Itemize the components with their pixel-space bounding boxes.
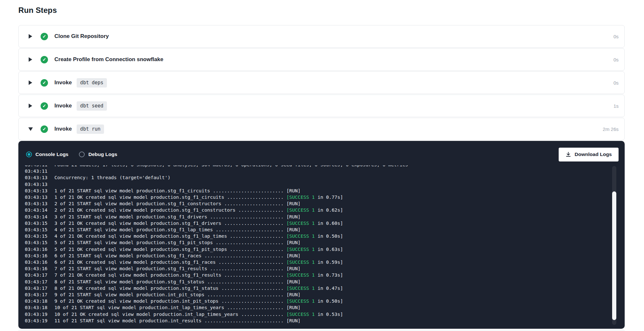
download-logs-button[interactable]: Download Logs	[559, 148, 619, 161]
expand-caret-icon[interactable]	[29, 104, 32, 108]
log-line: 03:43:189 of 21 OK created sql view mode…	[25, 298, 625, 304]
debug-logs-radio[interactable]: Debug Logs	[79, 152, 117, 157]
expand-caret-icon[interactable]	[29, 34, 32, 39]
caret-box	[28, 57, 33, 62]
expand-caret-icon[interactable]	[28, 127, 33, 131]
bottom-divider	[18, 330, 625, 331]
log-line: 03:43:131 of 21 START sql view model pro…	[25, 188, 625, 194]
step-duration: 0s	[613, 57, 619, 62]
run-step-row[interactable]: ✓ Invoke dbt seed 1s	[18, 95, 625, 117]
step-label: Create Profile from Connection snowflake	[54, 56, 163, 63]
log-line: 03:43:1911 of 21 START sql view model pr…	[25, 317, 625, 324]
caret-box	[28, 104, 33, 108]
step-duration: 2m 26s	[603, 126, 619, 132]
success-status-icon: ✓	[41, 79, 48, 87]
log-output[interactable]: 03:43:11Found 21 models, 17 tests, 0 sna…	[18, 165, 625, 324]
log-line: 03:43:132 of 21 START sql view model pro…	[25, 200, 625, 207]
console-toolbar: Console Logs Debug Logs Download Logs	[18, 145, 625, 163]
radio-label: Console Logs	[35, 152, 68, 157]
log-line: 03:43:11	[25, 168, 625, 174]
step-duration: 1s	[613, 103, 619, 109]
radio-icon	[26, 152, 32, 157]
log-line: 03:43:166 of 21 START sql view model pro…	[25, 253, 625, 259]
step-duration: 0s	[613, 80, 619, 86]
step-command-badge: dbt run	[77, 124, 104, 134]
log-line: 03:43:178 of 21 START sql view model pro…	[25, 279, 625, 285]
log-line: 03:43:167 of 21 START sql view model pro…	[25, 265, 625, 272]
step-label: Invoke	[54, 126, 72, 132]
step-duration: 0s	[613, 34, 619, 39]
run-step-row[interactable]: ✓ Invoke dbt run 2m 26s	[18, 118, 625, 140]
log-line: 03:43:13Concurrency: 1 threads (target='…	[25, 174, 625, 181]
console-panel: Console Logs Debug Logs Download Logs 03…	[18, 141, 625, 329]
expand-caret-icon[interactable]	[29, 57, 32, 62]
caret-box	[28, 34, 33, 39]
download-icon	[565, 152, 571, 157]
log-scrollbar[interactable]	[612, 166, 616, 325]
log-line: 03:43:1810 of 21 START sql view model pr…	[25, 304, 625, 311]
log-line: 03:43:166 of 21 OK created sql view mode…	[25, 259, 625, 265]
radio-icon	[79, 152, 85, 157]
run-steps-list: ✓ Clone Git Repository 0s ✓ Create Profi…	[18, 25, 625, 329]
log-line: 03:43:1910 of 21 OK created sql view mod…	[25, 311, 625, 317]
log-line: 03:43:154 of 21 OK created sql view mode…	[25, 233, 625, 239]
download-logs-label: Download Logs	[575, 152, 612, 157]
page-title: Run Steps	[18, 6, 625, 15]
run-step-row[interactable]: ✓ Invoke dbt deps 0s	[18, 71, 625, 94]
console-logs-radio[interactable]: Console Logs	[26, 152, 68, 157]
caret-box	[28, 80, 33, 85]
log-line: 03:43:13	[25, 181, 625, 188]
log-line: 03:43:179 of 21 START sql view model pro…	[25, 291, 625, 298]
caret-box	[28, 127, 33, 131]
log-line: 03:43:11Found 21 models, 17 tests, 0 sna…	[25, 165, 625, 168]
run-step-row[interactable]: ✓ Create Profile from Connection snowfla…	[18, 48, 625, 71]
radio-label: Debug Logs	[88, 152, 117, 157]
log-line: 03:43:153 of 21 OK created sql view mode…	[25, 220, 625, 226]
run-step-row[interactable]: ✓ Clone Git Repository 0s	[18, 25, 625, 48]
log-line: 03:43:131 of 21 OK created sql view mode…	[25, 194, 625, 200]
step-label: Invoke	[54, 103, 72, 109]
log-line: 03:43:155 of 21 START sql view model pro…	[25, 239, 625, 246]
log-line: 03:43:178 of 21 OK created sql view mode…	[25, 285, 625, 291]
log-lines: 03:43:11Found 21 models, 17 tests, 0 sna…	[25, 165, 625, 324]
run-steps-section: Run Steps ✓ Clone Git Repository 0s ✓ Cr…	[0, 0, 644, 331]
expand-caret-icon[interactable]	[29, 80, 32, 85]
success-status-icon: ✓	[41, 125, 48, 133]
step-label: Invoke	[54, 79, 72, 86]
step-command-badge: dbt deps	[77, 78, 107, 87]
success-status-icon: ✓	[41, 56, 48, 63]
step-command-badge: dbt seed	[77, 101, 107, 111]
success-status-icon: ✓	[41, 33, 48, 40]
scrollbar-thumb[interactable]	[612, 191, 616, 320]
step-label: Clone Git Repository	[54, 33, 109, 40]
success-status-icon: ✓	[41, 102, 48, 110]
log-line: 03:43:165 of 21 OK created sql view mode…	[25, 246, 625, 253]
log-line: 03:43:154 of 21 START sql view model pro…	[25, 226, 625, 233]
log-line: 03:43:143 of 21 START sql view model pro…	[25, 214, 625, 220]
log-line: 03:43:142 of 21 OK created sql view mode…	[25, 207, 625, 213]
log-line: 03:43:177 of 21 OK created sql view mode…	[25, 272, 625, 278]
